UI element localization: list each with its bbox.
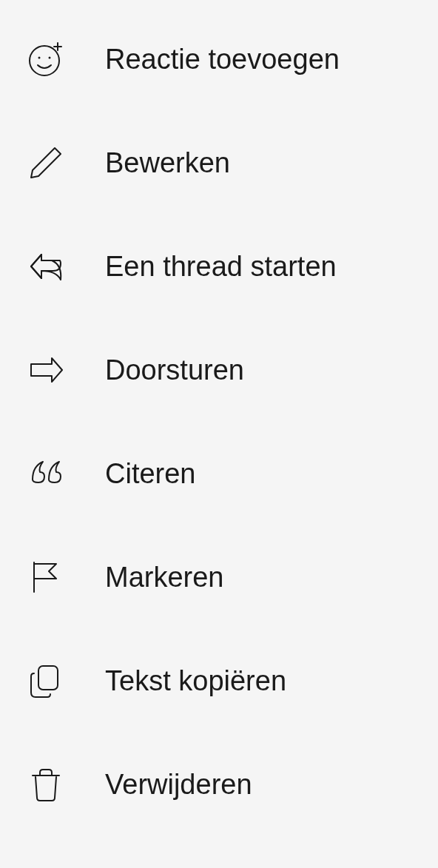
menu-item-label: Reactie toevoegen [105, 44, 340, 75]
menu-item-edit[interactable]: Bewerken [0, 111, 438, 215]
menu-item-label: Markeren [105, 562, 224, 593]
menu-item-label: Citeren [105, 458, 196, 490]
copy-icon [27, 662, 65, 700]
forward-arrow-icon [27, 351, 65, 389]
menu-item-start-thread[interactable]: Een thread starten [0, 215, 438, 318]
flag-icon [27, 558, 65, 596]
menu-item-copy-text[interactable]: Tekst kopiëren [0, 629, 438, 733]
menu-item-quote[interactable]: Citeren [0, 422, 438, 525]
menu-item-mark[interactable]: Markeren [0, 525, 438, 629]
svg-point-1 [38, 57, 41, 59]
reply-arrow-icon [27, 247, 65, 286]
menu-item-label: Bewerken [105, 147, 230, 179]
quote-icon [27, 454, 65, 493]
menu-item-label: Tekst kopiëren [105, 665, 286, 697]
svg-point-0 [30, 46, 59, 75]
menu-item-delete[interactable]: Verwijderen [0, 733, 438, 836]
menu-item-forward[interactable]: Doorsturen [0, 318, 438, 422]
trash-icon [27, 765, 65, 804]
context-menu: Reactie toevoegen Bewerken Een thread st… [0, 0, 438, 844]
menu-item-label: Een thread starten [105, 251, 337, 283]
menu-item-add-reaction[interactable]: Reactie toevoegen [0, 7, 438, 111]
svg-point-2 [49, 57, 51, 59]
pencil-icon [27, 144, 65, 182]
menu-item-label: Doorsturen [105, 354, 244, 386]
menu-item-label: Verwijderen [105, 769, 252, 801]
svg-rect-6 [38, 666, 58, 690]
smile-plus-icon [27, 40, 65, 78]
